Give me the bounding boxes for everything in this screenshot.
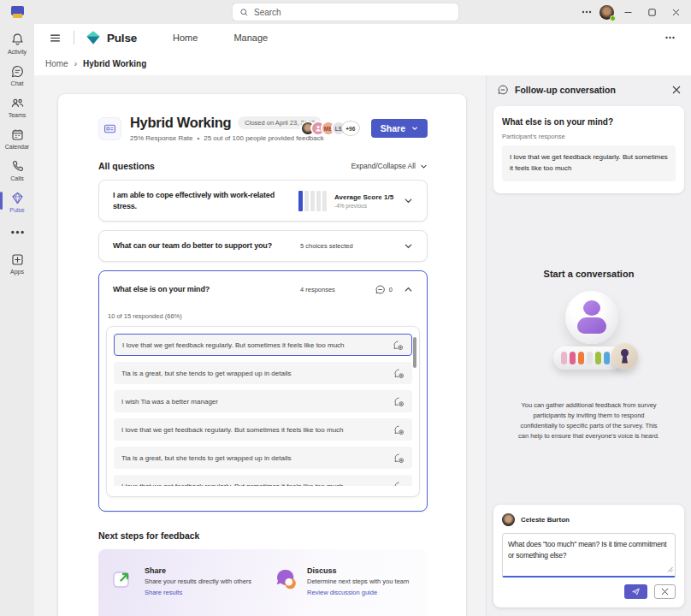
scrollbar-thumb[interactable] [413, 337, 416, 368]
tab-home[interactable]: Home [173, 33, 198, 43]
sidebar-more-button[interactable] [0, 218, 34, 246]
expand-collapse-all-button[interactable]: Expand/Collapse All [351, 162, 428, 170]
start-conversation-icon[interactable] [393, 481, 405, 487]
illustration-person-head [583, 300, 600, 316]
review-discussion-guide-link[interactable]: Review discussion guide [307, 589, 435, 596]
start-conversation-icon[interactable] [393, 424, 405, 435]
sidebar-item-calendar[interactable]: Calendar [0, 123, 34, 153]
calls-phone-icon [10, 159, 25, 174]
avatar-overflow-count[interactable]: +96 [341, 121, 360, 136]
response-row[interactable]: I love that we get feedback regularly. B… [114, 475, 412, 486]
response-row[interactable]: I love that we get feedback regularly. B… [114, 418, 412, 441]
start-conversation-description: You can gather additional feedback from … [517, 400, 662, 441]
cancel-button[interactable] [654, 584, 676, 599]
app-rail: Activity Chat Teams Calendar Calls Pulse… [0, 24, 34, 616]
app-header: Pulse Home Manage [34, 24, 691, 51]
question-meta: 5 choices selected [300, 242, 353, 250]
all-questions-heading: All questions [98, 161, 155, 171]
conversation-illustration [487, 291, 691, 387]
titlebar-controls [577, 0, 686, 24]
score-change-label: -4% previous [334, 203, 393, 209]
survey-newspaper-icon [103, 121, 117, 136]
panel-close-button[interactable] [672, 86, 681, 94]
search-box[interactable] [233, 3, 458, 21]
close-icon [672, 9, 680, 16]
sidebar-item-activity[interactable]: Activity [0, 28, 34, 58]
response-row[interactable]: I wish Tia was a better manager [114, 390, 412, 412]
chevron-down-icon [404, 241, 413, 251]
titlebar-more-button[interactable] [577, 10, 596, 14]
question-header[interactable]: What else is on your mind? 4 responses 0 [99, 271, 427, 307]
response-text: I love that we get feedback regularly. B… [122, 341, 386, 349]
start-conversation-icon[interactable] [393, 340, 404, 351]
sidebar-item-calls[interactable]: Calls [0, 155, 34, 185]
score-bar [298, 191, 303, 211]
share-results-icon [110, 566, 138, 616]
send-button[interactable] [624, 584, 647, 599]
participant-avatars[interactable]: MB LS +96 [300, 121, 360, 136]
survey-title-block: Hybrid Working Closed on April 23, 2023 … [130, 115, 300, 142]
chevron-down-icon [420, 163, 428, 170]
chevron-down-icon [404, 196, 413, 205]
search-input[interactable] [254, 8, 425, 17]
chevron-up-icon [404, 285, 413, 294]
maximize-button[interactable] [641, 2, 662, 22]
send-plane-icon [631, 587, 641, 596]
sidebar-item-label: Teams [9, 112, 27, 118]
tab-manage[interactable]: Manage [233, 33, 268, 43]
user-avatar[interactable] [599, 5, 614, 20]
sidebar-item-pulse[interactable]: Pulse [0, 187, 34, 216]
close-button[interactable] [665, 2, 686, 22]
share-results-link[interactable]: Share results [145, 589, 273, 596]
share-button-label: Share [381, 123, 405, 133]
teams-app-icon[interactable] [11, 6, 24, 19]
collapse-question-button[interactable] [404, 285, 413, 294]
next-step-text: Discuss Determine next steps with you te… [307, 566, 435, 616]
sidebar-item-teams[interactable]: Teams [0, 92, 34, 121]
hamburger-menu-button[interactable] [49, 32, 62, 44]
expand-question-button[interactable] [404, 241, 413, 251]
composer-actions [502, 584, 676, 599]
dot-separator: • [197, 134, 199, 142]
header-more-button[interactable] [664, 36, 676, 39]
start-conversation-icon[interactable] [393, 368, 405, 379]
sidebar-item-chat[interactable]: Chat [0, 60, 34, 90]
panel-question: What else is on your mind? [502, 117, 676, 127]
survey-title: Hybrid Working [130, 115, 231, 131]
response-row[interactable]: Tia is a great, but she tends to get wra… [114, 362, 412, 384]
response-row[interactable]: I love that we get feedback regularly. B… [114, 334, 412, 356]
sidebar-item-apps[interactable]: Apps [0, 248, 34, 278]
minimize-button[interactable] [617, 2, 638, 22]
more-dots-icon [664, 36, 676, 39]
window-titlebar [0, 0, 691, 24]
more-dots-icon [10, 225, 25, 240]
score-bar [304, 191, 309, 211]
calendar-icon [10, 127, 25, 142]
expand-question-button[interactable] [404, 196, 413, 205]
breadcrumb-home-link[interactable]: Home [45, 59, 68, 68]
start-conversation-icon[interactable] [393, 453, 405, 464]
apps-icon [10, 252, 25, 267]
illustration-figure [570, 352, 576, 364]
start-conversation-icon[interactable] [393, 396, 405, 407]
teams-people-icon [10, 96, 25, 110]
discuss-bubbles-icon [273, 566, 300, 616]
score-bar [322, 191, 327, 211]
minimize-icon [624, 9, 632, 16]
question-card-stress[interactable]: I am able to cope effectively with work-… [98, 180, 428, 222]
illustration-figure [578, 352, 584, 364]
app-title: Pulse [107, 32, 137, 44]
composer-header: Celeste Burton [502, 513, 676, 526]
message-input[interactable]: What does "too much" mean? Is it time co… [502, 533, 676, 578]
comment-bubble-icon[interactable] [375, 284, 386, 295]
share-button[interactable]: Share [371, 119, 428, 138]
survey-header: Hybrid Working Closed on April 23, 2023 … [98, 115, 428, 142]
panel-header: Follow-up conversation [487, 75, 691, 104]
illustration-person-body [577, 317, 606, 334]
score-block: Average Score 1/5 -4% previous [334, 193, 393, 209]
response-row[interactable]: Tia is a great, but she tends to get wra… [114, 447, 412, 469]
activity-bell-icon [10, 33, 25, 47]
resize-handle-icon[interactable] [667, 566, 673, 572]
sidebar-item-label: Calendar [5, 144, 29, 150]
question-card-support[interactable]: What can our team do better to support y… [98, 230, 428, 262]
